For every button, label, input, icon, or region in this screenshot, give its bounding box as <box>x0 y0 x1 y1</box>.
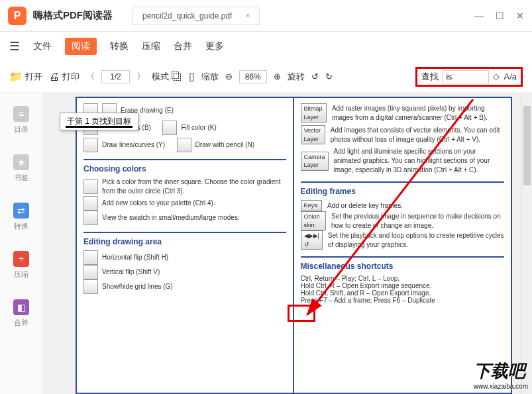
menu-compress[interactable]: 压缩 <box>142 40 160 52</box>
section-heading: Editing drawing area <box>83 237 286 246</box>
layer-badge: Bitmap Layer <box>301 103 327 123</box>
menu-more[interactable]: 更多 <box>205 40 224 52</box>
tool-icon <box>177 138 191 152</box>
open-button[interactable]: 📁打开 <box>9 70 42 83</box>
tool-icon <box>83 250 98 265</box>
pdf-right-column: Bitmap LayerAdd raster images (tiny squa… <box>294 98 511 393</box>
tool-icon <box>83 179 98 194</box>
section-heading: Editing frames <box>301 187 505 196</box>
find-input[interactable] <box>443 70 489 83</box>
sidebar-item-convert[interactable]: ⇄转换 <box>13 203 29 231</box>
watermark: 下载吧 www.xiazaiba.com <box>474 360 528 390</box>
tool-icon <box>162 121 177 135</box>
close-button[interactable]: ✕ <box>516 11 524 21</box>
app-name: 嗨格式PDF阅读器 <box>33 9 113 22</box>
zoom-value[interactable]: 86% <box>239 70 267 83</box>
menu-merge[interactable]: 合并 <box>174 40 192 52</box>
sidebar: ≡目录 ★书签 ⇄转换 ÷压缩 ◧合并 <box>0 93 42 394</box>
find-stepper-icon[interactable]: ◇ <box>493 72 500 81</box>
mode-button[interactable]: 模式⿻ <box>152 71 182 83</box>
find-panel: 查找 ◇ A/a <box>415 67 523 87</box>
toolbar: 📁打开 🖨打印 〈 1/2 〉 模式⿻ ▯ 缩放 ⊖ 86% ⊕ 旋转 ↺ ↻ … <box>0 61 532 93</box>
onion-badge: Onion skin: <box>301 211 327 230</box>
document-tab[interactable]: pencil2d_quick_guide.pdf × <box>133 7 260 25</box>
page-indicator[interactable]: 1/2 <box>101 70 130 83</box>
playback-badge: ◀▶▶|↺ <box>301 230 323 250</box>
printer-icon: 🖨 <box>49 71 60 83</box>
vertical-scrollbar[interactable] <box>521 93 532 394</box>
layer-badge: Vector Layer <box>301 125 325 144</box>
section-heading: Choosing colors <box>83 164 286 173</box>
titlebar: P 嗨格式PDF阅读器 pencil2d_quick_guide.pdf × —… <box>0 0 532 32</box>
window-controls: — ☐ ✕ <box>474 11 524 21</box>
tool-icon <box>83 279 98 294</box>
tool-icon <box>83 265 98 279</box>
menubar: ☰ 文件 阅读 转换 压缩 合并 更多 <box>0 32 532 61</box>
tool-icon <box>83 138 98 152</box>
zoom-out-button[interactable]: ⊖ <box>225 72 233 81</box>
convert-icon: ⇄ <box>13 203 29 219</box>
pdf-page: Erase drawing (E) Paint strokes (B) Fill… <box>76 97 512 394</box>
pdf-left-column: Erase drawing (E) Paint strokes (B) Fill… <box>77 98 294 393</box>
folder-icon: 📁 <box>9 70 23 83</box>
prev-page-button[interactable]: 〈 <box>86 71 95 83</box>
hamburger-icon[interactable]: ☰ <box>9 39 20 54</box>
app-logo: P <box>8 7 27 25</box>
menu-file[interactable]: 文件 <box>33 40 52 52</box>
sidebar-item-bookmark[interactable]: ★书签 <box>13 154 29 183</box>
rotate-ccw-button[interactable]: ↺ <box>311 72 319 81</box>
merge-icon: ◧ <box>13 299 29 315</box>
page-mode-icon: ⿻ <box>172 71 182 83</box>
page-single-icon[interactable]: ▯ <box>189 70 195 83</box>
tab-filename: pencil2d_quick_guide.pdf <box>142 11 232 21</box>
menu-convert[interactable]: 转换 <box>110 40 129 52</box>
zoom-in-button[interactable]: ⊕ <box>274 72 281 81</box>
sidebar-item-compress[interactable]: ÷压缩 <box>13 251 29 279</box>
compress-icon: ÷ <box>13 251 29 267</box>
tool-icon <box>83 211 98 225</box>
tab-close-icon[interactable]: × <box>245 11 250 21</box>
scrollbar-thumb[interactable] <box>523 106 531 185</box>
menu-read[interactable]: 阅读 <box>65 38 97 55</box>
layer-badge: Camera Layer <box>301 152 329 171</box>
minimize-button[interactable]: — <box>474 11 484 21</box>
sidebar-item-toc[interactable]: ≡目录 <box>13 106 29 134</box>
zoom-label: 缩放 <box>201 71 219 83</box>
section-heading: Miscellaneous shortcuts <box>301 262 505 271</box>
tool-icon <box>83 196 98 211</box>
find-result-tooltip: 于第 1 页找到目标 <box>60 113 138 130</box>
rotate-label: 旋转 <box>288 71 305 83</box>
maximize-button[interactable]: ☐ <box>496 11 504 21</box>
print-button[interactable]: 🖨打印 <box>49 71 80 83</box>
next-page-button[interactable]: 〉 <box>136 71 145 83</box>
keys-badge: Keys: <box>301 200 323 211</box>
sidebar-item-merge[interactable]: ◧合并 <box>13 299 29 328</box>
document-viewport[interactable]: Erase drawing (E) Paint strokes (B) Fill… <box>42 93 532 394</box>
toc-icon: ≡ <box>13 106 29 122</box>
find-label: 查找 <box>421 71 439 83</box>
bookmark-icon: ★ <box>13 154 29 170</box>
rotate-cw-button[interactable]: ↻ <box>325 72 333 81</box>
find-case-toggle[interactable]: A/a <box>504 72 517 81</box>
